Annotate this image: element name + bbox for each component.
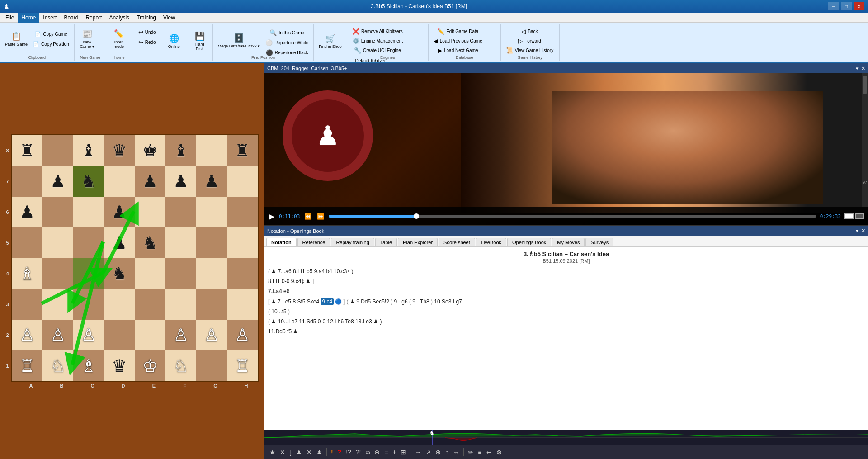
atb-delete-button[interactable]: ✕ [278,448,287,457]
view-game-history-button[interactable]: 📜 View Game History [504,46,556,55]
atb-inf-button[interactable]: ∞ [364,448,372,457]
cell-b2[interactable]: ♙ [42,320,73,350]
move-9g6[interactable]: 9...g6 [394,298,408,305]
cell-d7[interactable] [104,166,135,197]
cell-d6[interactable]: ♟ [104,197,135,227]
cell-d3[interactable] [104,289,135,320]
cell-e1[interactable]: ♔ [135,350,165,381]
move-11dd5[interactable]: 11.Dd5 [268,328,286,335]
move-lf1[interactable]: 8.Lf1 [268,278,280,284]
cell-g7[interactable]: ♟ [196,166,227,197]
cell-b6[interactable] [42,197,73,227]
atb-box-button[interactable]: ⊞ [399,448,407,457]
cell-e3[interactable] [135,289,165,320]
cell-d2[interactable] [104,320,135,350]
move-9tb8[interactable]: 9...Tb8 [412,298,429,305]
cell-c7[interactable]: ♞ [73,166,104,197]
atb-arrows3-button[interactable]: ↕ [444,448,450,457]
menu-board[interactable]: Board [60,13,82,23]
tab-openings-book[interactable]: Openings Book [507,238,551,246]
atb-nosym-button[interactable]: ⊗ [495,448,503,457]
atb-piece-button[interactable]: ♟ [295,448,303,457]
cell-b8[interactable] [42,135,73,166]
tab-table[interactable]: Table [375,238,397,246]
cell-d5[interactable]: ♟ [104,227,135,258]
cell-f7[interactable]: ♟ [165,166,196,197]
tab-surveys[interactable]: Surveys [585,238,613,246]
video-close-icon[interactable]: ✕ [861,66,865,71]
cell-a5[interactable] [12,227,42,258]
screen-btn-1[interactable] [844,213,854,219]
harddisk-button[interactable]: 💾 HardDisk [190,28,210,55]
paste-game-button[interactable]: 📋 Paste Game [3,25,30,52]
cell-f5[interactable] [165,227,196,258]
move-a6[interactable]: ♟ 7...a6 [271,268,291,274]
cell-h6[interactable] [227,197,258,227]
atb-x-button[interactable]: ✕ [305,448,313,457]
cell-h4[interactable] [227,258,258,289]
move-lg7[interactable]: Lg7 [453,298,462,305]
move-sxe4[interactable]: Sxe4 [307,298,319,305]
megadb-button[interactable]: 🗄️ Mega Database 2022 ▾ [216,27,263,54]
cell-h5[interactable] [227,227,258,258]
forward-button[interactable]: ▷ Forward [504,36,556,45]
cell-a6[interactable]: ♟ [12,197,42,227]
cell-e4[interactable] [135,258,165,289]
cell-g8[interactable] [196,135,227,166]
cell-g3[interactable] [196,289,227,320]
cell-f1[interactable]: ♘ [165,350,196,381]
cell-d8[interactable]: ♛ [104,135,135,166]
notation-close-icon[interactable]: ✕ [861,228,865,234]
cell-h7[interactable] [227,166,258,197]
atb-eq-button[interactable]: = [383,448,389,457]
atb-list-button[interactable]: ≡ [476,448,483,457]
move-c4-main[interactable]: 9.c4‡ [291,278,304,284]
tab-score-sheet[interactable]: Score sheet [439,238,475,246]
cell-a1[interactable]: ♖ [12,350,42,381]
cell-h1[interactable]: ♖ [227,350,258,381]
move-sf5[interactable]: 8.Sf5 [292,298,305,305]
atb-dub-button[interactable]: ?! [354,448,363,457]
move-sec5[interactable]: Sec5!? [373,298,389,305]
cell-d4[interactable]: ♞ [104,258,135,289]
menu-home[interactable]: Home [18,13,39,23]
engine-management-button[interactable]: ⚙️ Engine Management [350,36,405,45]
copy-position-button[interactable]: 📄 Copy Position [31,39,71,48]
atb-bracket-button[interactable]: ] [288,448,293,457]
cell-f8[interactable]: ♝ [165,135,196,166]
chess-board[interactable]: ♜♝♛♚♝♜♟♞♟♟♟♟♟♟♞♗♞♙♙♙♙♙♙♖♘♗♛♔♘♖ [11,134,259,382]
repertoire-white-button[interactable]: ⚪ Repertoire White [263,38,311,47]
cell-e6[interactable] [135,197,165,227]
move-f5[interactable]: f5 [287,328,292,335]
cell-h8[interactable]: ♜ [227,135,258,166]
minimize-button[interactable]: ─ [828,2,839,10]
video-dropdown-icon[interactable]: ▾ [856,66,859,71]
cell-b7[interactable]: ♟ [42,166,73,197]
redo-button[interactable]: ↪ Redo [136,38,158,47]
cell-f4[interactable] [165,258,196,289]
cell-f2[interactable]: ♙ [165,320,196,350]
atb-pm-button[interactable]: ± [392,448,398,457]
cell-c4[interactable] [73,258,104,289]
edit-game-data-button[interactable]: ✏️ Edit Game Data [431,27,485,36]
move-9c4-current[interactable]: 9.c4 [321,298,334,305]
cell-c1[interactable]: ♗ [73,350,104,381]
cell-a3[interactable] [12,289,42,320]
load-next-game-button[interactable]: ▶ Load Next Game [431,46,485,55]
tab-reference[interactable]: Reference [297,238,330,246]
progress-bar[interactable] [329,215,816,218]
tab-notation[interactable]: Notation [266,238,297,246]
screen-btn-2[interactable] [855,213,864,219]
video-scrollbar[interactable]: 97 [862,73,868,207]
tab-my-moves[interactable]: My Moves [552,238,585,246]
move-te8[interactable]: Te8 [345,318,354,325]
move-10f5[interactable]: 10...f5 [271,308,286,315]
notation-dropdown-icon[interactable]: ▾ [856,228,859,234]
cell-c5[interactable] [73,227,104,258]
atb-pencil-button[interactable]: ✏ [467,448,475,457]
play-button[interactable]: ▶ [268,211,275,222]
cell-g4[interactable] [196,258,227,289]
move-e6[interactable]: e6 [283,288,289,294]
atb-arrow2-button[interactable]: ↗ [424,448,432,457]
copy-game-button[interactable]: 📄 Copy Game [31,29,71,38]
